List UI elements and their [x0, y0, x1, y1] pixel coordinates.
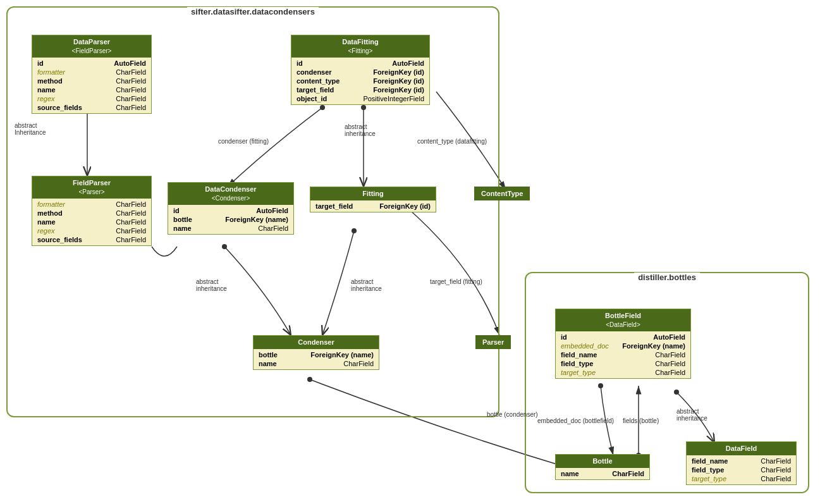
- table-row: methodCharField: [32, 209, 151, 218]
- field-type: CharField: [761, 457, 791, 465]
- field-type: CharField: [116, 86, 146, 94]
- table-row: formatterCharField: [32, 68, 151, 77]
- field-type: ForeignKey (name): [225, 216, 288, 223]
- entity-datacondenser-subtitle: <Condenser>: [172, 194, 290, 203]
- table-row: field_nameCharField: [556, 350, 690, 359]
- field-name: field_type: [692, 466, 724, 474]
- entity-datacondenser: DataCondenser <Condenser> idAutoField bo…: [168, 182, 294, 235]
- field-name: formatter: [37, 68, 65, 76]
- table-row: object_idPositiveIntegerField: [291, 94, 429, 103]
- table-row: field_nameCharField: [687, 457, 796, 465]
- field-name: name: [561, 470, 579, 477]
- label-abstract-inheritance-1: abstractInheritance: [15, 122, 46, 136]
- field-name: object_id: [297, 95, 327, 102]
- table-row: condenserForeignKey (id): [291, 68, 429, 77]
- field-type: CharField: [116, 209, 146, 217]
- field-name: id: [297, 59, 303, 67]
- label-bottle-condenser: bottle (condenser): [487, 411, 538, 418]
- field-name: method: [37, 77, 63, 85]
- table-row: nameCharField: [254, 359, 379, 368]
- entity-datacondenser-title: DataCondenser: [172, 185, 290, 194]
- field-name: formatter: [37, 200, 65, 208]
- field-type: CharField: [761, 466, 791, 474]
- table-row: nameCharField: [556, 469, 649, 478]
- entity-bottle-header: Bottle: [556, 455, 649, 468]
- field-type: CharField: [258, 224, 288, 232]
- entity-datafield-header: DataField: [687, 442, 796, 455]
- entity-dataparser: DataParser <FieldParser> idAutoField for…: [32, 35, 152, 114]
- table-row: target_fieldForeignKey (id): [291, 85, 429, 94]
- field-type: CharField: [116, 218, 146, 226]
- field-type: ForeignKey (id): [373, 77, 424, 85]
- table-row: methodCharField: [32, 77, 151, 85]
- entity-contenttype-label: ContentType: [481, 190, 523, 197]
- diagram-canvas: sifter.datasifter.datacondensers distill…: [0, 0, 820, 504]
- entity-bottle: Bottle nameCharField: [555, 454, 650, 480]
- entity-fitting-body: target_fieldForeignKey (id): [310, 200, 436, 212]
- table-row: source_fieldsCharField: [32, 235, 151, 244]
- field-name: id: [37, 59, 44, 67]
- field-type: CharField: [612, 470, 644, 477]
- field-name: bottle: [259, 351, 278, 359]
- field-name: regex: [37, 95, 55, 102]
- entity-datafield-body: field_nameCharField field_typeCharField …: [687, 455, 796, 484]
- label-abstract-inh-fitting2: abstractinheritance: [351, 278, 382, 292]
- field-type: ForeignKey (name): [310, 351, 374, 359]
- field-type: CharField: [116, 236, 146, 243]
- field-name: target_field: [315, 202, 353, 210]
- field-type: CharField: [116, 68, 146, 76]
- entity-datacondenser-header: DataCondenser <Condenser>: [168, 183, 293, 205]
- entity-datafitting-title: DataFitting: [295, 37, 425, 47]
- entity-dataparser-header: DataParser <FieldParser>: [32, 35, 151, 58]
- entity-datacondenser-body: idAutoField bottleForeignKey (name) name…: [168, 205, 293, 234]
- entity-fieldparser-body: formatterCharField methodCharField nameC…: [32, 199, 151, 245]
- table-row: field_typeCharField: [556, 359, 690, 368]
- entity-bottlefield-header: BottleField <DataField>: [556, 309, 690, 331]
- field-name: regex: [37, 227, 55, 235]
- entity-datafitting: DataFitting <Fitting> idAutoField conden…: [291, 35, 430, 105]
- table-row: target_typeCharField: [556, 368, 690, 377]
- field-type: CharField: [116, 95, 146, 102]
- entity-fitting-title: Fitting: [314, 189, 432, 199]
- table-row: regexCharField: [32, 226, 151, 235]
- table-row: source_fieldsCharField: [32, 103, 151, 112]
- field-type: CharField: [761, 475, 791, 482]
- entity-fieldparser: FieldParser <Parser> formatterCharField …: [32, 176, 152, 246]
- entity-fieldparser-title: FieldParser: [36, 178, 147, 188]
- entity-condenser-body: bottleForeignKey (name) nameCharField: [254, 349, 379, 369]
- entity-fieldparser-header: FieldParser <Parser>: [32, 176, 151, 199]
- table-row: regexCharField: [32, 94, 151, 103]
- distiller-group-label: distiller.bottles: [634, 273, 700, 282]
- field-name: source_fields: [37, 236, 82, 243]
- entity-contenttype: ContentType: [474, 187, 530, 200]
- field-name: name: [37, 86, 56, 94]
- entity-bottle-body: nameCharField: [556, 468, 649, 479]
- field-name: target_type: [692, 475, 726, 482]
- label-target-field-fitting: target_field (fitting): [430, 278, 482, 285]
- field-name: condenser: [297, 68, 332, 76]
- field-type: ForeignKey (name): [622, 342, 685, 350]
- entity-bottlefield: BottleField <DataField> idAutoField embe…: [555, 309, 691, 379]
- field-name: source_fields: [37, 104, 82, 111]
- field-type: AutoField: [114, 59, 146, 67]
- table-row: idAutoField: [556, 333, 690, 341]
- sifter-group-label: sifter.datasifter.datacondensers: [187, 7, 319, 16]
- label-abstract-inh-bottlefield: abstractinheritance: [676, 408, 707, 422]
- table-row: idAutoField: [168, 206, 293, 215]
- label-embedded-doc-bottlefield: embedded_doc (bottlefield): [537, 417, 614, 424]
- label-abstract-inh-datacondenser: abstractinheritance: [196, 278, 227, 292]
- field-type: ForeignKey (id): [373, 86, 424, 94]
- table-row: target_fieldForeignKey (id): [310, 202, 436, 211]
- field-name: method: [37, 209, 63, 217]
- entity-condenser: Condenser bottleForeignKey (name) nameCh…: [253, 335, 379, 370]
- entity-bottlefield-subtitle: <DataField>: [560, 321, 687, 329]
- entity-bottlefield-title: BottleField: [560, 311, 687, 321]
- field-type: CharField: [655, 360, 685, 367]
- entity-dataparser-title: DataParser: [36, 37, 147, 47]
- table-row: idAutoField: [32, 59, 151, 68]
- table-row: nameCharField: [32, 218, 151, 226]
- table-row: bottleForeignKey (name): [168, 215, 293, 224]
- field-type: AutoField: [256, 207, 288, 214]
- entity-dataparser-subtitle: <FieldParser>: [36, 47, 147, 56]
- label-abstract-inh-datafitting: abstractinheritance: [345, 123, 376, 137]
